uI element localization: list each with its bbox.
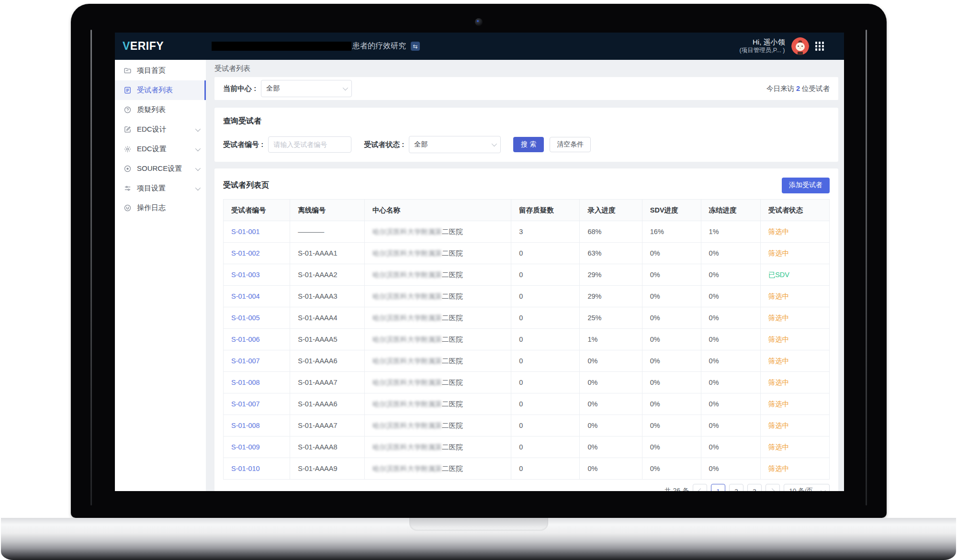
open-queries-cell: 0 <box>511 307 580 329</box>
subject-link[interactable]: S-01-010 <box>231 465 260 472</box>
add-subject-button[interactable]: 添加受试者 <box>782 178 830 193</box>
study-title-text: 患者的疗效研究 <box>352 41 406 51</box>
freeze-progress-cell: 0% <box>701 286 760 307</box>
entry-progress-cell: 0% <box>580 372 642 393</box>
offline-id-cell: S-01-AAAA6 <box>290 393 365 415</box>
sidebar-item-operation-log[interactable]: 操作日志 <box>115 198 206 218</box>
entry-progress-cell: 0% <box>580 350 642 372</box>
sidebar-item-source-settings[interactable]: SOURCE设置 <box>115 159 206 179</box>
sidebar-item-edc-design[interactable]: EDC设计 <box>115 120 206 139</box>
subject-link[interactable]: S-01-004 <box>231 292 260 300</box>
subject-link[interactable]: S-01-007 <box>231 400 260 408</box>
table-row: S-01-010S-01-AAAA9哈尔滨医科大学附属第二医院00%0%0%筛选… <box>224 458 830 480</box>
pagination-page-3[interactable]: 3 <box>747 484 762 491</box>
center-name-redacted: 哈尔滨医科大学附属第 <box>372 465 442 472</box>
chevron-down-icon <box>821 488 826 491</box>
pagination-prev-button[interactable] <box>693 484 707 491</box>
freeze-progress-cell: 0% <box>701 393 760 415</box>
pagination: 共 26 条 1 2 3 10 条/页 <box>223 483 830 491</box>
sidebar-label: 操作日志 <box>137 203 166 213</box>
pen-square-icon <box>124 125 132 134</box>
user-info: Hi, 遥小领 (项目管理员,P... ) <box>740 38 785 54</box>
subject-link[interactable]: S-01-007 <box>231 357 260 365</box>
col-freeze-progress: 冻结进度 <box>701 200 760 221</box>
subject-link[interactable]: S-01-003 <box>231 271 260 279</box>
app-grid-icon[interactable] <box>815 42 824 51</box>
entry-progress-cell: 0% <box>580 393 642 415</box>
subject-status-cell: 筛选中 <box>760 286 829 307</box>
subject-status-cell: 筛选中 <box>760 350 829 372</box>
sdv-progress-cell: 16% <box>642 221 701 243</box>
today-visitors: 今日来访2位受试者 <box>766 84 830 93</box>
clear-filters-button[interactable]: 清空条件 <box>550 137 591 152</box>
sidebar-item-edc-settings[interactable]: EDC设置 <box>115 139 206 159</box>
sidebar-label: 质疑列表 <box>137 105 166 114</box>
center-select[interactable]: 全部 <box>261 80 352 97</box>
switch-study-icon[interactable]: ⇆ <box>411 42 420 51</box>
offline-id-cell: ———— <box>290 221 365 243</box>
pagination-next-button[interactable] <box>766 484 780 491</box>
app-header: VERIFY 患者的疗效研究 ⇆ Hi, 遥小领 (项目管理员,P... ) <box>115 33 844 60</box>
center-name-cell: 哈尔滨医科大学附属第二医院 <box>364 415 511 437</box>
open-queries-cell: 0 <box>511 286 580 307</box>
breadcrumb: 受试者列表 <box>214 60 838 77</box>
sdv-progress-cell: 0% <box>642 393 701 415</box>
offline-id-cell: S-01-AAAA7 <box>290 415 365 437</box>
col-sdv-progress: SDV进度 <box>642 200 701 221</box>
laptop-base <box>1 518 956 560</box>
pagination-page-2[interactable]: 2 <box>729 484 743 491</box>
col-open-queries: 留存质疑数 <box>511 200 580 221</box>
subject-id-label: 受试者编号 : <box>223 140 263 149</box>
subject-id-input[interactable] <box>268 136 351 153</box>
subject-link[interactable]: S-01-008 <box>231 422 260 429</box>
subject-status-value: 全部 <box>414 140 487 149</box>
entry-progress-cell: 1% <box>580 329 642 350</box>
status-badge: 已SDV <box>768 271 789 279</box>
redaction-bar <box>212 42 351 51</box>
subject-link[interactable]: S-01-009 <box>231 443 260 451</box>
sidebar-item-project-home[interactable]: 项目首页 <box>115 61 206 80</box>
status-badge: 筛选中 <box>768 314 789 322</box>
sdv-progress-cell: 0% <box>642 307 701 329</box>
subject-link[interactable]: S-01-002 <box>231 249 260 257</box>
sidebar-item-subject-list[interactable]: 受试者列表 <box>115 80 206 100</box>
sdv-progress-cell: 0% <box>642 415 701 437</box>
sdv-progress-cell: 0% <box>642 437 701 458</box>
avatar[interactable] <box>791 37 809 55</box>
subject-link[interactable]: S-01-008 <box>231 379 260 386</box>
status-badge: 筛选中 <box>768 292 789 300</box>
freeze-progress-cell: 0% <box>701 329 760 350</box>
sidebar-item-query-list[interactable]: 质疑列表 <box>115 100 206 120</box>
open-queries-cell: 0 <box>511 458 580 480</box>
status-badge: 筛选中 <box>768 336 789 343</box>
table-row: S-01-002S-01-AAAA1哈尔滨医科大学附属第二医院063%0%0%筛… <box>224 243 830 264</box>
page-size-select[interactable]: 10 条/页 <box>784 484 830 491</box>
chevron-down-icon <box>195 146 201 151</box>
subject-status-cell: 筛选中 <box>760 415 829 437</box>
entry-progress-cell: 0% <box>580 437 642 458</box>
open-queries-cell: 0 <box>511 372 580 393</box>
offline-id-cell: S-01-AAAA1 <box>290 243 365 264</box>
subject-link[interactable]: S-01-006 <box>231 336 260 343</box>
table-row: S-01-007S-01-AAAA6哈尔滨医科大学附属第二医院00%0%0%筛选… <box>224 350 830 372</box>
subject-link[interactable]: S-01-005 <box>231 314 260 322</box>
entry-progress-cell: 68% <box>580 221 642 243</box>
gear-icon <box>124 145 132 153</box>
center-name-cell: 哈尔滨医科大学附属第二医院 <box>364 393 511 415</box>
sidebar-label: 受试者列表 <box>137 86 173 95</box>
subject-link[interactable]: S-01-001 <box>231 228 260 235</box>
subject-status-select[interactable]: 全部 <box>409 136 501 153</box>
question-circle-icon <box>124 106 132 114</box>
pagination-page-1[interactable]: 1 <box>711 484 725 491</box>
open-queries-cell: 3 <box>511 221 580 243</box>
search-button[interactable]: 搜 索 <box>513 137 544 152</box>
sidebar: 项目首页 受试者列表 质疑列表 <box>115 60 206 491</box>
center-name-redacted: 哈尔滨医科大学附属第 <box>372 271 442 279</box>
subject-status-cell: 筛选中 <box>760 393 829 415</box>
sidebar-item-project-settings[interactable]: 项目设置 <box>115 179 206 198</box>
search-panel: 查询受试者 受试者编号 : 受试者状态 : 全部 搜 索 清空条件 <box>214 108 838 162</box>
table-header-row: 受试者编号 离线编号 中心名称 留存质疑数 录入进度 SDV进度 冻结进度 受试… <box>224 200 830 221</box>
status-badge: 筛选中 <box>768 465 789 472</box>
sdv-progress-cell: 0% <box>642 458 701 480</box>
laptop-right-edge <box>866 30 867 505</box>
